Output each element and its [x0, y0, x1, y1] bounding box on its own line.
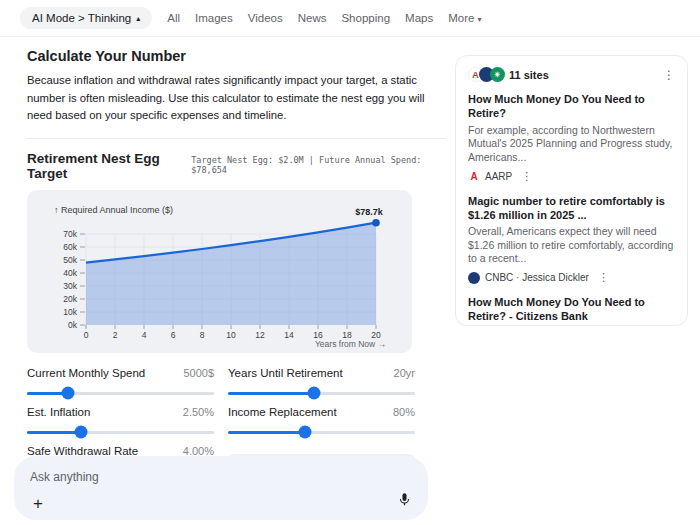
svg-text:2: 2 — [113, 330, 118, 340]
slider-label: Current Monthly Spend — [27, 367, 145, 379]
slider-label: Years Until Retirement — [228, 367, 343, 379]
source-snippet: Overall, Americans expect they will need… — [468, 225, 675, 266]
source-title[interactable]: How Much Money Do You Need to Retire? - … — [468, 295, 675, 324]
slider-value: 4.00% — [183, 445, 214, 457]
svg-text:30k: 30k — [63, 281, 77, 291]
source-name: AARP — [485, 171, 512, 182]
slider-thumb[interactable] — [308, 387, 321, 400]
slider-thumb[interactable] — [75, 426, 88, 439]
tab-news[interactable]: News — [298, 12, 327, 24]
sources-sidebar: A ✳ 11 sites ⋮ How Much Money Do You Nee… — [455, 55, 688, 326]
ai-mode-chip[interactable]: AI Mode > Thinking ▴ — [20, 7, 152, 29]
ask-anything-bar[interactable]: + — [14, 456, 428, 520]
svg-text:10k: 10k — [63, 307, 77, 317]
source-title[interactable]: How Much Money Do You Need to Retire? — [468, 92, 675, 121]
tab-maps[interactable]: Maps — [405, 12, 433, 24]
sites-count: 11 sites — [509, 69, 549, 81]
tab-videos[interactable]: Videos — [248, 12, 283, 24]
svg-text:20k: 20k — [63, 294, 77, 304]
source-favicon-stack: A ✳ — [468, 67, 501, 82]
svg-text:8: 8 — [200, 330, 205, 340]
tab-images[interactable]: Images — [195, 12, 233, 24]
answer-paragraph: Because inflation and withdrawal rates s… — [27, 72, 445, 125]
slider-label: Safe Withdrawal Rate — [27, 445, 138, 457]
source-title[interactable]: Magic number to retire comfortably is $1… — [468, 194, 675, 223]
chevron-up-icon: ▴ — [136, 14, 140, 23]
more-options-icon[interactable]: ⋮ — [598, 271, 609, 284]
more-options-icon[interactable]: ⋮ — [663, 69, 675, 81]
slider-track[interactable] — [27, 431, 214, 434]
slider-value: 5000$ — [183, 367, 214, 379]
slider-track[interactable] — [228, 392, 415, 395]
ai-answer-column: Calculate Your Number Because inflation … — [27, 37, 445, 475]
calculator-title: Retirement Nest Egg Target — [27, 151, 191, 181]
section-heading: Calculate Your Number — [27, 48, 445, 64]
tab-more[interactable]: More ▾ — [448, 12, 481, 24]
calculator-status-readout: Target Nest Egg: $2.0M | Future Annual S… — [191, 155, 443, 175]
svg-text:10: 10 — [226, 330, 236, 340]
svg-text:6: 6 — [171, 330, 176, 340]
slider-value: 2.50% — [183, 406, 214, 418]
slider-income-replacement: Income Replacement 80% — [228, 406, 415, 434]
svg-text:0k: 0k — [68, 320, 78, 330]
tab-more-label: More — [448, 12, 474, 24]
tab-all[interactable]: All — [167, 12, 180, 24]
area-chart-canvas: 024681012141618200k10k20k30k40k50k60k70k… — [27, 190, 412, 353]
source-item[interactable]: Magic number to retire comfortably is $1… — [468, 194, 675, 285]
source-snippet: For example, according to Northwestern M… — [468, 124, 675, 165]
svg-text:60k: 60k — [63, 242, 77, 252]
chevron-down-icon: ▾ — [478, 15, 482, 24]
ai-mode-chip-label: AI Mode > Thinking — [32, 12, 131, 24]
slider-years-until-retirement: Years Until Retirement 20yr — [228, 367, 415, 395]
source-name: CNBC · Jessica Dickler — [485, 272, 589, 283]
slider-track[interactable] — [27, 392, 214, 395]
svg-text:40k: 40k — [63, 268, 77, 278]
slider-label: Est. Inflation — [27, 406, 90, 418]
plus-icon[interactable]: + — [33, 495, 43, 512]
svg-text:Years from Now →: Years from Now → — [315, 339, 386, 349]
svg-text:$78.7k: $78.7k — [355, 206, 384, 216]
slider-thumb[interactable] — [298, 426, 311, 439]
slider-value: 80% — [393, 406, 415, 418]
slider-value: 20yr — [394, 367, 415, 379]
microphone-icon[interactable] — [397, 492, 412, 511]
retirement-chart: ↑ Required Annual Income ($) 02468101214… — [27, 190, 412, 353]
source-item[interactable]: How Much Money Do You Need to Retire? Fo… — [468, 92, 675, 183]
slider-current-monthly-spend: Current Monthly Spend 5000$ — [27, 367, 214, 395]
svg-text:70k: 70k — [63, 229, 77, 239]
svg-text:12: 12 — [255, 330, 265, 340]
slider-label: Income Replacement — [228, 406, 337, 418]
section-divider — [27, 138, 445, 139]
svg-text:14: 14 — [284, 330, 294, 340]
svg-text:0: 0 — [84, 330, 89, 340]
sources-card: A ✳ 11 sites ⋮ How Much Money Do You Nee… — [455, 55, 688, 326]
aarp-favicon: A — [468, 170, 480, 182]
svg-text:50k: 50k — [63, 255, 77, 265]
tab-shopping[interactable]: Shopping — [341, 12, 390, 24]
slider-thumb[interactable] — [62, 387, 75, 400]
search-nav-bar: AI Mode > Thinking ▴ All Images Videos N… — [0, 0, 700, 37]
cnbc-favicon — [468, 272, 480, 284]
more-options-icon[interactable]: ⋮ — [521, 170, 532, 183]
slider-est-inflation: Est. Inflation 2.50% — [27, 406, 214, 434]
svg-text:4: 4 — [142, 330, 147, 340]
slider-track[interactable] — [228, 431, 415, 434]
source-item[interactable]: How Much Money Do You Need to Retire? - … — [468, 295, 675, 326]
ask-anything-input[interactable] — [30, 470, 393, 484]
citizens-bank-favicon: ✳ — [490, 67, 505, 82]
